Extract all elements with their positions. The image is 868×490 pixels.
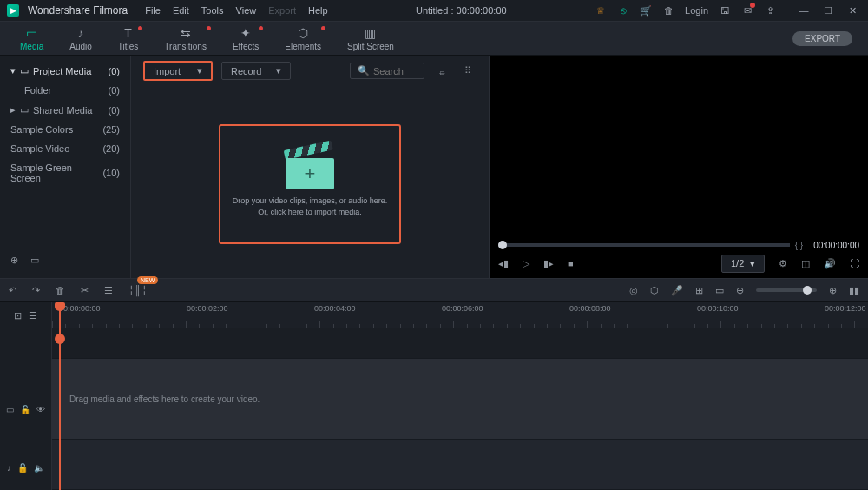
marker-icon[interactable]: ⬡: [650, 285, 659, 296]
stop-icon[interactable]: ■: [568, 258, 574, 268]
support-icon[interactable]: ⎋: [617, 4, 629, 17]
zoom-slider[interactable]: [756, 288, 817, 292]
import-drop-zone[interactable]: + Drop your video clips, images, or audi…: [219, 124, 401, 244]
document-title: Untitled : 00:00:00:00: [328, 5, 595, 16]
crown-icon[interactable]: ♕: [595, 4, 607, 17]
play-icon[interactable]: ▷: [523, 258, 529, 269]
mute-icon[interactable]: 🔈: [34, 463, 44, 473]
preview-controls: ◂▮ ▷ ▮▸ ■ 1/2 ▾ ⚙ ◫ 🔊 ⛶: [490, 248, 868, 278]
import-dropdown[interactable]: Import ▾: [143, 61, 213, 81]
menu-help[interactable]: Help: [308, 5, 328, 16]
gift-icon[interactable]: 🗑: [662, 4, 674, 17]
scale-dropdown[interactable]: 1/2 ▾: [721, 255, 765, 273]
delete-icon[interactable]: 🗑: [56, 285, 65, 295]
save-icon[interactable]: 🖫: [719, 4, 731, 17]
category-toolbar: ▭ Media ♪ Audio T Titles ⇆ Transitions ✦…: [0, 21, 868, 56]
preview-viewport[interactable]: [490, 56, 868, 242]
prev-frame-icon[interactable]: ◂▮: [498, 258, 509, 269]
scrub-track[interactable]: [498, 243, 790, 247]
search-input[interactable]: [373, 66, 417, 76]
track-header-audio[interactable]: ♪ 🔓 🔈: [0, 445, 51, 490]
zoom-in-icon[interactable]: ⊕: [829, 285, 837, 296]
timeline-area: ↶ ↷ 🗑 ✂ ☰ ╎║╎ ◎ ⬡ 🎤 ⊞ ▭ ⊖ ⊕ ▮▮ ⊡ ☰ 00:00…: [0, 278, 868, 490]
menu-tools[interactable]: Tools: [201, 5, 224, 16]
split-icon[interactable]: ✂: [81, 285, 89, 296]
mail-icon[interactable]: ✉: [741, 4, 753, 17]
record-dropdown[interactable]: Record ▾: [221, 62, 291, 80]
sidebar-item-shared-media[interactable]: ▸ ▭ Shared Media (0): [7, 100, 123, 120]
menu-file[interactable]: File: [145, 5, 161, 16]
zoom-fit-icon[interactable]: ▮▮: [849, 285, 859, 296]
folder-icon: ▭: [20, 104, 29, 116]
scrub-knob[interactable]: [498, 241, 507, 249]
preview-panel: { } 00:00:00:00 ◂▮ ▷ ▮▸ ■ 1/2 ▾ ⚙ ◫ 🔊 ⛶: [490, 56, 868, 278]
menu-view[interactable]: View: [236, 5, 257, 16]
minimize-button[interactable]: —: [795, 5, 812, 17]
redo-icon[interactable]: ↷: [32, 285, 40, 296]
login-link[interactable]: Login: [685, 5, 708, 16]
tab-media[interactable]: ▭ Media: [7, 26, 56, 51]
tab-elements[interactable]: ⬡ Elements: [272, 26, 334, 51]
account-icon[interactable]: ⇪: [764, 4, 776, 17]
maximize-button[interactable]: ☐: [819, 5, 837, 17]
track-options-icon[interactable]: ⊡: [14, 310, 22, 321]
chevron-down-icon: ▾: [750, 258, 755, 269]
chevron-down-icon: ▾: [10, 65, 16, 76]
filter-icon[interactable]: ⏛: [433, 66, 450, 76]
folder-icon: ▭: [20, 65, 29, 76]
snapshot-icon[interactable]: ◫: [801, 258, 810, 269]
sidebar-item-project-media[interactable]: ▾ ▭ Project Media (0): [7, 61, 123, 81]
edit-tools-icon[interactable]: ☰: [104, 285, 113, 296]
preview-scrubber[interactable]: { } 00:00:00:00: [490, 242, 868, 248]
tab-effects[interactable]: ✦ Effects: [220, 26, 272, 51]
audio-track[interactable]: [52, 440, 868, 490]
search-box[interactable]: 🔍: [350, 63, 424, 79]
mixer-icon[interactable]: ⊞: [695, 285, 703, 296]
audio-tools-icon[interactable]: ╎║╎: [128, 285, 148, 296]
tab-titles[interactable]: T Titles: [105, 26, 152, 51]
mic-icon[interactable]: 🎤: [671, 285, 683, 296]
clapperboard-icon: +: [286, 150, 334, 190]
lock-icon[interactable]: 🔓: [20, 405, 30, 414]
main-menu: File Edit Tools View Export Help: [145, 5, 327, 16]
menu-export: Export: [268, 5, 296, 16]
track-list-icon[interactable]: ☰: [29, 310, 37, 321]
tab-audio[interactable]: ♪ Audio: [56, 26, 105, 51]
sidebar-item-folder[interactable]: Folder (0): [7, 81, 123, 100]
fullscreen-icon[interactable]: ⛶: [850, 258, 859, 268]
tab-transitions[interactable]: ⇆ Transitions: [151, 26, 220, 51]
volume-icon[interactable]: 🔊: [824, 258, 836, 269]
playhead[interactable]: [59, 302, 61, 490]
sidebar-item-sample-colors[interactable]: Sample Colors (25): [7, 120, 123, 139]
undo-icon[interactable]: ↶: [9, 285, 16, 296]
audio-icon: ♪: [78, 26, 84, 40]
next-frame-icon[interactable]: ▮▸: [543, 258, 554, 269]
new-folder-icon[interactable]: ⊕: [10, 255, 18, 266]
render-icon[interactable]: ▭: [715, 285, 724, 296]
zoom-out-icon[interactable]: ⊖: [736, 285, 744, 296]
lock-icon[interactable]: 🔓: [17, 463, 28, 473]
tab-split-screen[interactable]: ▥ Split Screen: [334, 26, 407, 51]
timeline-hint: Drag media and effects here to create yo…: [69, 394, 260, 404]
sidebar-item-sample-green-screen[interactable]: Sample Green Screen (10): [7, 158, 123, 188]
visibility-icon[interactable]: 👁: [36, 405, 45, 414]
timeline-ruler[interactable]: 00:00:00:00 00:00:02:00 00:00:04:00 00:0…: [52, 302, 868, 328]
video-track-icon: ▭: [6, 405, 14, 414]
sidebar-item-sample-video[interactable]: Sample Video (20): [7, 139, 123, 158]
menu-edit[interactable]: Edit: [173, 5, 189, 16]
track-headers: ▭ 🔓 👁 ♪ 🔓 🔈: [0, 328, 52, 490]
track-header-video[interactable]: ▭ 🔓 👁: [0, 374, 51, 446]
elements-icon: ⬡: [298, 26, 308, 40]
chevron-right-icon: ▸: [10, 104, 16, 116]
transitions-icon: ⇆: [181, 26, 191, 40]
close-button[interactable]: ✕: [844, 5, 861, 17]
settings-icon[interactable]: ⚙: [779, 258, 787, 269]
record-voiceover-icon[interactable]: ◎: [629, 285, 638, 296]
grid-view-icon[interactable]: ⠿: [459, 65, 477, 76]
zoom-knob[interactable]: [803, 286, 812, 295]
video-track[interactable]: Drag media and effects here to create yo…: [52, 359, 868, 440]
cart-icon[interactable]: 🛒: [640, 4, 652, 17]
export-button[interactable]: EXPORT: [792, 31, 852, 46]
track-lanes[interactable]: Drag media and effects here to create yo…: [52, 328, 868, 490]
open-folder-icon[interactable]: ▭: [30, 255, 39, 266]
